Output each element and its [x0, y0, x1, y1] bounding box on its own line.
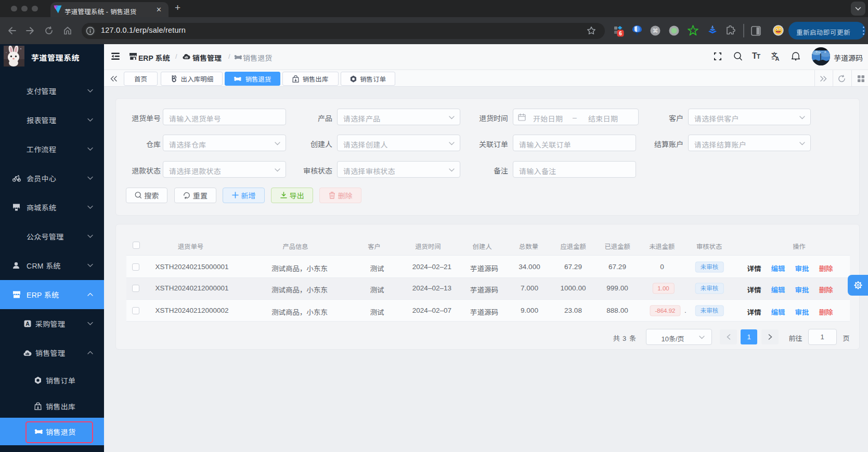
- svg-text:⌘: ⌘: [653, 28, 658, 34]
- svg-text:A: A: [775, 56, 780, 61]
- svg-text:A: A: [25, 321, 30, 327]
- svg-text:文心一言: 文心一言: [815, 50, 827, 54]
- svg-text:6: 6: [619, 31, 622, 36]
